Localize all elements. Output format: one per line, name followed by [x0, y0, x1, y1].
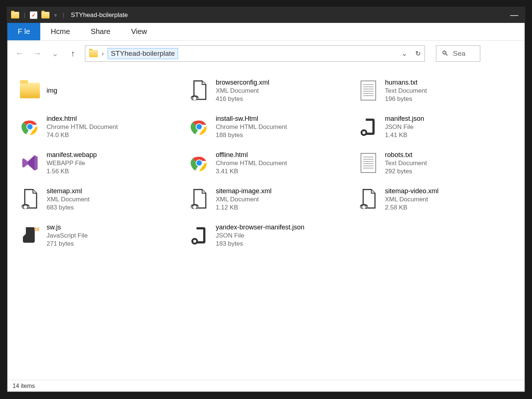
chevron-right-icon[interactable]: ›	[102, 50, 104, 58]
file-type: Chrome HTML Document	[47, 123, 118, 131]
xml-file-icon: <⬤>	[359, 189, 377, 209]
file-type: JSON File	[385, 123, 424, 131]
file-name: humans.txt	[385, 79, 427, 86]
search-input[interactable]: 🔍︎ Sea	[436, 45, 480, 62]
file-name: index.html	[47, 115, 118, 123]
address-bar[interactable]: › STYhead-boilerplate ⌄ ↻	[85, 45, 425, 62]
navigation-bar: ← → ⌄ ↑ › STYhead-boilerplate ⌄ ↻ 🔍︎ Sea	[7, 41, 525, 66]
properties-icon[interactable]: ✓	[29, 10, 38, 20]
file-type: XML Document	[216, 87, 269, 95]
file-name: install-sw.Html	[216, 115, 287, 123]
minimize-button[interactable]: —	[507, 10, 522, 20]
tab-file[interactable]: F le	[7, 23, 40, 40]
file-name: manifest.json	[385, 115, 424, 123]
svg-point-14	[197, 124, 202, 130]
file-size: 416 bytes	[216, 95, 269, 103]
file-item[interactable]: <⬤>browserconfig.xmlXML Document416 byte…	[187, 75, 345, 106]
xml-file-icon: <⬤>	[190, 80, 208, 101]
file-name: browserconfig.xml	[216, 79, 269, 86]
file-size: 271 bytes	[47, 240, 88, 248]
chrome-icon	[21, 117, 39, 136]
file-name: sitemap-image.xml	[216, 187, 272, 195]
file-name: robots.txt	[385, 151, 427, 159]
xml-file-icon: <⬤>	[21, 189, 39, 209]
file-name: sitemap-video.xml	[385, 187, 439, 195]
json-file-icon	[190, 225, 208, 246]
js-file-icon: JS	[21, 225, 39, 246]
file-size: 183 bytes	[216, 240, 304, 248]
file-item[interactable]: <⬤>sitemap.xmlXML Document683 bytes	[18, 183, 176, 215]
text-file-icon	[360, 80, 376, 101]
xml-file-icon: <⬤>	[190, 189, 208, 209]
chevron-down-icon[interactable]: ⌄	[402, 50, 407, 58]
file-size: 1.56 KB	[47, 168, 97, 175]
text-file-icon	[360, 153, 376, 173]
status-bar: 14 items	[7, 380, 525, 392]
refresh-button[interactable]: ↻	[415, 50, 421, 58]
svg-text:<⬤>: <⬤>	[191, 205, 199, 209]
search-placeholder: Sea	[453, 50, 466, 58]
file-size: 188 bytes	[216, 132, 287, 139]
dropdown-icon[interactable]: ▾	[54, 11, 57, 19]
file-name: sw.js	[47, 224, 88, 231]
file-type: Chrome HTML Document	[216, 123, 287, 131]
search-icon: 🔍︎	[441, 50, 449, 58]
file-size: 196 bytes	[385, 95, 427, 103]
folder-icon	[20, 83, 40, 98]
item-count: 14 items	[13, 383, 35, 389]
chrome-icon	[190, 117, 208, 136]
chrome-icon	[190, 154, 208, 172]
address-path[interactable]: STYhead-boilerplate	[108, 48, 178, 59]
file-item[interactable]: offline.htmlChrome HTML Document3.41 KB	[187, 147, 345, 179]
file-item[interactable]: yandex-browser-manifest.jsonJSON File183…	[187, 219, 345, 251]
file-item[interactable]: <⬤>sitemap-video.xmlXML Document2.58 KB	[356, 183, 514, 215]
separator-icon: |	[24, 11, 25, 19]
recent-dropdown[interactable]: ⌄	[50, 48, 61, 59]
file-size: 1.41 KB	[385, 132, 424, 139]
window-title: STYhead-bcilerplate	[71, 11, 128, 19]
file-item[interactable]: manifest.webappWEBAPP File1.56 KB	[18, 147, 176, 179]
svg-point-19	[197, 160, 202, 166]
file-item[interactable]: manifest.jsonJSON File1.41 KB	[356, 111, 514, 143]
file-name: offline.html	[216, 151, 287, 159]
file-item[interactable]: index.htmlChrome HTML Document74.0 KB	[18, 111, 176, 143]
file-size: 292 bytes	[385, 168, 427, 175]
file-item[interactable]: <⬤>sitemap-image.xmlXML Document1.12 KB	[187, 183, 345, 215]
file-item[interactable]: install-sw.HtmlChrome HTML Document188 b…	[187, 111, 345, 143]
forward-button[interactable]: →	[32, 48, 43, 59]
separator-icon: |	[62, 11, 64, 19]
tab-share[interactable]: Share	[81, 23, 121, 40]
back-button[interactable]: ←	[14, 48, 25, 59]
tab-view[interactable]: View	[121, 23, 157, 40]
file-size: 2.58 KB	[385, 204, 439, 211]
ribbon-tabs: F le Hcme Share View	[7, 23, 525, 41]
file-size: 74.0 KB	[47, 132, 118, 139]
svg-point-16	[362, 131, 365, 134]
file-type: XML Document	[385, 196, 439, 203]
file-name: yandex-browser-manifest.json	[216, 224, 304, 231]
tab-home[interactable]: Hcme	[40, 23, 80, 40]
file-type: Chrome HTML Document	[216, 160, 287, 167]
file-list: img<⬤>browserconfig.xmlXML Document416 b…	[7, 66, 525, 380]
titlebar-quick-icons: | ✓ ▾ |	[10, 10, 66, 20]
file-size: 3.41 KB	[216, 168, 287, 175]
file-type: Text Document	[385, 87, 427, 95]
file-type: JavaScript File	[47, 232, 88, 239]
svg-rect-20	[361, 153, 376, 173]
file-item[interactable]: humans.txtText Document196 bytes	[356, 75, 514, 106]
svg-text:<⬤>: <⬤>	[191, 96, 199, 100]
file-name: sitemap.xml	[47, 187, 90, 195]
up-button[interactable]: ↑	[67, 48, 78, 59]
visualstudio-icon	[21, 154, 39, 172]
folder-icon[interactable]	[10, 10, 20, 20]
titlebar[interactable]: | ✓ ▾ | STYhead-bcilerplate —	[7, 7, 525, 23]
file-item[interactable]: JSsw.jsJavaScript File271 bytes	[18, 219, 176, 251]
file-item[interactable]: img	[18, 75, 176, 106]
svg-text:<⬤>: <⬤>	[22, 205, 30, 209]
file-name: manifest.webapp	[47, 151, 97, 159]
svg-rect-2	[361, 81, 376, 100]
file-item[interactable]: robots.txtText Document292 bytes	[356, 147, 514, 179]
svg-point-11	[27, 124, 33, 130]
file-size: 1.12 KB	[216, 204, 272, 211]
folder-icon[interactable]	[41, 10, 50, 20]
